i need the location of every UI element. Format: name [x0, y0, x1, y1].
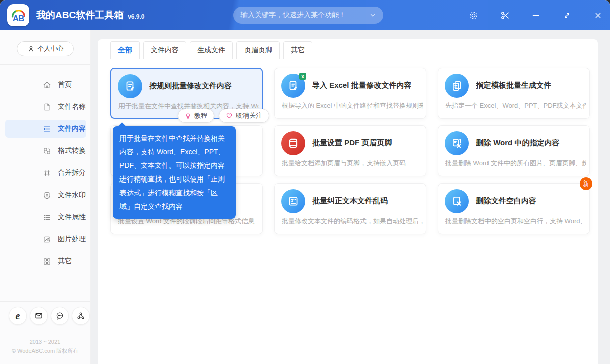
card-fix-text-encoding[interactable]: 批量纠正文本文件乱码 批量修改文本文件的编码格式，如果自动处理后，打: [274, 183, 426, 234]
sidebar: 个人中心 首页 文件名称 文件内容 格式转换 合并拆分: [0, 30, 91, 364]
sidebar-item-label: 图片处理: [58, 235, 86, 244]
card-title: 删除文件空白内容: [476, 196, 584, 206]
sidebar-item-format-convert[interactable]: 格式转换: [5, 142, 86, 160]
doc-stack-icon: [445, 74, 469, 98]
text-doc-icon: [281, 189, 305, 213]
sidebar-item-file-props[interactable]: 文件属性: [5, 208, 86, 226]
copyright-owner: © WodeABC.com 版权所有: [0, 346, 90, 356]
sidebar-item-other[interactable]: 其它: [5, 252, 86, 270]
merge-split-icon: [43, 169, 51, 177]
minimize-icon[interactable]: [530, 9, 542, 21]
sidebar-item-file-content[interactable]: 文件内容: [5, 120, 86, 138]
sidebar-item-watermark[interactable]: 文件水印: [5, 186, 86, 204]
card-desc: 批量给文档添加页眉与页脚，支持嵌入页码: [282, 159, 423, 168]
tab-bar: 全部 文件内容 生成文件 页眉页脚 其它: [98, 39, 598, 59]
sidebar-nav: 首页 文件名称 文件内容 格式转换 合并拆分 文件水印: [0, 76, 90, 270]
card-title: 批量纠正文本文件乱码: [312, 196, 421, 206]
browser-icon[interactable]: e: [9, 307, 27, 325]
watermark-icon: [43, 191, 51, 200]
search-placeholder: 输入关键字，快速进入某个功能！: [240, 11, 369, 20]
browser-glyph: e: [16, 311, 20, 321]
card-modify-content-by-rule[interactable]: 按规则批量修改文件内容 用于批量在文件中查找并替换相关内容，支持 Worc 教程…: [110, 68, 263, 119]
file-props-icon: [43, 213, 51, 222]
logo-arc: [9, 6, 28, 25]
tab-header-footer[interactable]: 页眉页脚: [236, 41, 280, 59]
doc-edit-icon: [118, 74, 142, 98]
sidebar-item-label: 格式转换: [58, 146, 86, 155]
card-desc: 先指定一个 Excel、Word、PPT、PDF或文本文件作为: [445, 101, 586, 110]
social-row: e: [0, 302, 90, 325]
quick-search-input[interactable]: 输入关键字，快速进入某个功能！: [233, 7, 383, 24]
card-generate-from-template[interactable]: 指定模板批量生成文件 先指定一个 Excel、Word、PPT、PDF或文本文件…: [438, 68, 590, 119]
sidebar-item-label: 文件名称: [58, 102, 86, 111]
card-import-excel-modify[interactable]: x 导入 Excel 批量修改文件内容 根据导入的 Excel 中的文件路径和查…: [274, 68, 426, 119]
pdf-doc-icon: [281, 131, 305, 155]
word-delete-icon: [445, 131, 469, 155]
unfollow-label: 取消关注: [236, 111, 262, 120]
sidebar-item-image-process[interactable]: 图片处理: [5, 230, 86, 248]
tab-label: 生成文件: [197, 46, 225, 55]
page-delete-icon: [445, 189, 469, 213]
format-convert-icon: [43, 147, 51, 155]
app-window: AB 我的ABC软件工具箱 v6.9.0 输入关键字，快速进入某个功能！: [0, 0, 610, 364]
card-delete-word-content[interactable]: 删除 Word 中的指定内容 批量删除 Word 文件中的所有图片、页眉页脚、超…: [438, 125, 590, 176]
sidebar-item-label: 文件水印: [58, 191, 86, 200]
copyright: 2013 ~ 2021 © WodeABC.com 版权所有: [0, 331, 90, 364]
card-title: 删除 Word 中的指定内容: [476, 138, 584, 148]
tutorial-button[interactable]: 教程: [178, 109, 214, 123]
home-icon: [43, 81, 51, 89]
doc-edit-excel-icon: x: [281, 74, 305, 98]
grid-icon: [43, 257, 51, 266]
window-controls: [467, 0, 604, 30]
file-content-icon: [43, 125, 51, 133]
maximize-icon[interactable]: [561, 9, 573, 21]
card-desc: 根据导入的 Excel 中的文件路径和查找替换规则来批: [282, 101, 423, 110]
file-name-icon: [43, 103, 51, 111]
profile-label: 个人中心: [38, 44, 64, 53]
mail-icon[interactable]: [30, 307, 48, 325]
person-icon: [27, 45, 35, 53]
new-badge: 新: [580, 177, 592, 190]
app-title: 我的ABC软件工具箱 v6.9.0: [36, 0, 145, 30]
sidebar-item-home[interactable]: 首页: [5, 76, 86, 94]
tab-file-content[interactable]: 文件内容: [143, 41, 186, 59]
main-content: 全部 文件内容 生成文件 页眉页脚 其它 按规则批量修改文件内容 用于批量在文件…: [91, 30, 610, 364]
tab-generate-file[interactable]: 生成文件: [190, 41, 233, 59]
heart-icon: [226, 112, 233, 119]
sidebar-footer: e 2013 ~ 2021 © WodeABC.com 版权所有: [0, 293, 90, 364]
profile-center-button[interactable]: 个人中心: [17, 41, 74, 56]
tooltip-text: 用于批量在文件中查找并替换相关内容，支持 Word、Excel、PPT、PDF、…: [119, 134, 225, 210]
share-icon[interactable]: [72, 307, 90, 325]
tab-all[interactable]: 全部: [110, 41, 140, 59]
scissors-icon[interactable]: [499, 9, 511, 21]
card-desc: 批量删除文档中的空白页和空白行，支持 Word、Ex: [445, 217, 586, 226]
chevron-down-icon: [369, 12, 376, 19]
card-title: 导入 Excel 批量修改文件内容: [312, 81, 421, 90]
content-panel: 全部 文件内容 生成文件 页眉页脚 其它 按规则批量修改文件内容 用于批量在文件…: [98, 39, 598, 364]
card-title: 指定模板批量生成文件: [476, 81, 584, 90]
settings-gear-icon[interactable]: [467, 9, 479, 21]
tab-label: 全部: [118, 46, 132, 55]
sidebar-divider: [0, 64, 90, 65]
sidebar-item-label: 合并拆分: [58, 168, 86, 177]
image-icon: [43, 235, 51, 244]
card-pdf-header-footer[interactable]: 批量设置 PDF 页眉页脚 批量给文档添加页眉与页脚，支持嵌入页码: [274, 125, 426, 176]
lightbulb-icon: [185, 113, 191, 119]
sidebar-item-merge-split[interactable]: 合并拆分: [5, 164, 86, 182]
tutorial-label: 教程: [194, 111, 207, 120]
card-title: 按规则批量修改文件内容: [149, 81, 257, 91]
sidebar-item-label: 文件内容: [58, 124, 86, 133]
app-logo-icon: AB: [7, 4, 29, 26]
chat-icon[interactable]: [51, 307, 69, 325]
card-title: 批量设置 PDF 页眉页脚: [312, 138, 421, 148]
card-delete-blank-content[interactable]: 新 删除文件空白内容 批量删除文档中的空白页和空白行，支持 Word、Ex: [438, 183, 590, 234]
card-desc: 批量删除 Word 文件中的所有图片、页眉页脚、超链: [445, 159, 586, 168]
tab-other[interactable]: 其它: [283, 41, 312, 59]
close-icon[interactable]: [592, 9, 604, 21]
sidebar-item-file-name[interactable]: 文件名称: [5, 98, 86, 116]
app-name: 我的ABC软件工具箱: [36, 9, 124, 22]
tab-label: 页眉页脚: [244, 46, 272, 55]
feature-tooltip: 用于批量在文件中查找并替换相关内容，支持 Word、Excel、PPT、PDF、…: [113, 126, 236, 219]
unfollow-button[interactable]: 取消关注: [219, 109, 269, 123]
sidebar-item-label: 其它: [58, 257, 72, 266]
